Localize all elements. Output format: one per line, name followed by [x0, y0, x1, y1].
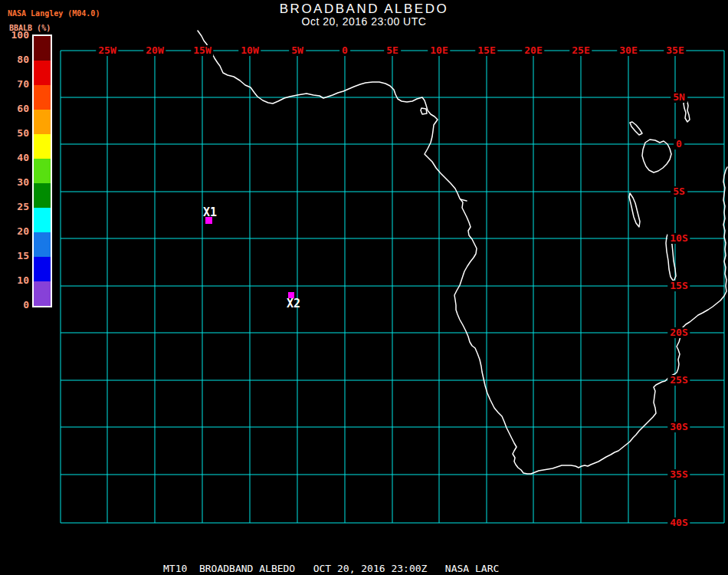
- lat-label: 15S: [667, 281, 690, 291]
- lon-label: 0: [339, 45, 350, 56]
- lon-label: 20W: [143, 45, 166, 56]
- marker-x1-point: [205, 217, 212, 224]
- lat-label: 5S: [671, 186, 687, 197]
- lat-label: 0: [674, 139, 684, 150]
- lake-tanganyika: [629, 193, 640, 227]
- lon-label: 10W: [238, 45, 261, 56]
- lat-label: 10S: [667, 233, 690, 244]
- lon-label: 5W: [289, 45, 306, 56]
- lake-albert: [630, 122, 642, 135]
- lon-label: 5E: [384, 45, 401, 56]
- map-grid: [61, 51, 724, 523]
- lat-label: 20S: [667, 327, 690, 338]
- lon-label: 35E: [664, 45, 686, 56]
- lon-label: 20E: [522, 45, 544, 56]
- lat-label: 30S: [667, 422, 690, 432]
- lat-label: 5N: [671, 92, 687, 103]
- africa-map: [0, 0, 728, 575]
- marker-x2-label: X2: [287, 298, 300, 310]
- lon-label: 25E: [569, 45, 592, 56]
- lon-label: 30E: [617, 45, 639, 56]
- lon-label: 15W: [191, 45, 213, 56]
- albedo-map-page: BROADBAND ALBEDO Oct 20, 2016 23:00 UTC …: [0, 0, 728, 575]
- footer-status-line: MT10 BROADBAND ALBEDO OCT 20, 2016 23:00…: [163, 564, 499, 574]
- lon-label: 10E: [428, 45, 450, 56]
- lake-turkana: [684, 100, 690, 122]
- lon-label: 25W: [96, 45, 118, 56]
- lat-label: 40S: [667, 518, 690, 528]
- lat-label: 25S: [667, 375, 690, 386]
- island-bioko: [421, 108, 427, 114]
- lon-label: 15E: [475, 45, 497, 56]
- lat-label: 35S: [667, 469, 690, 480]
